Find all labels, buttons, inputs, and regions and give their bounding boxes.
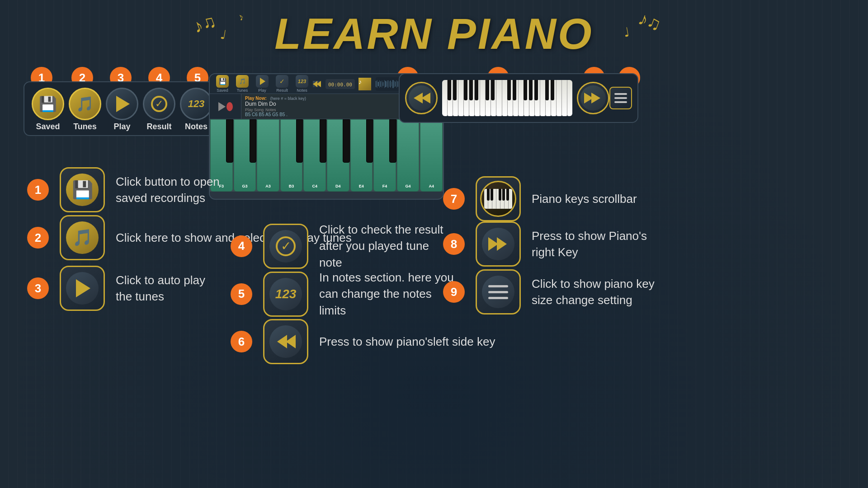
piano-scrollbar-widget bbox=[399, 73, 638, 123]
help-item-1: 1 💾 Click button to opensaved recordings bbox=[27, 167, 220, 212]
title-area: ♪♫ ♩ ♪ LEARN PIANO ♪♫ ♩ bbox=[274, 9, 593, 59]
help-item-8: 8 Press to show Piano'sright Key bbox=[443, 221, 647, 267]
toolbar-play-button[interactable]: Play bbox=[106, 88, 138, 131]
result-label: Result bbox=[146, 122, 171, 131]
help-item-9: 9 Click to show piano keysize change set… bbox=[443, 269, 655, 314]
music-note-tl2: ♩ bbox=[219, 27, 228, 42]
toolbar-tunes-button[interactable]: 🎵 Tunes bbox=[69, 88, 101, 131]
key-a4[interactable]: A4 bbox=[420, 119, 443, 192]
help-icon-notes: 123 bbox=[263, 272, 308, 317]
toolbar-notes-button[interactable]: 123 Notes bbox=[180, 88, 212, 131]
help-text-5: In notes section. here you can change th… bbox=[319, 269, 454, 319]
help-badge-1: 1 bbox=[27, 179, 49, 201]
help-text-7: Piano keys scrollbar bbox=[532, 191, 637, 207]
app-notes-btn[interactable]: 123 Notes bbox=[293, 74, 311, 94]
svg-rect-11 bbox=[389, 81, 390, 86]
help-icon-result: ✓ bbox=[263, 224, 308, 269]
svg-rect-16 bbox=[395, 81, 396, 86]
help-item-7: 7 Piano keys scrollbar bbox=[443, 176, 637, 221]
help-badge-3: 3 bbox=[27, 277, 49, 299]
music-note-tr1: ♪♫ bbox=[636, 8, 664, 35]
help-icon-play bbox=[60, 266, 105, 311]
svg-rect-7 bbox=[384, 80, 385, 88]
scroll-right-button[interactable] bbox=[577, 82, 609, 114]
app-tunes-btn[interactable]: 🎵 Tunes bbox=[233, 74, 251, 94]
svg-rect-13 bbox=[392, 82, 392, 86]
key-g4[interactable]: G4 bbox=[397, 119, 420, 192]
help-badge-5: 5 bbox=[231, 283, 252, 305]
help-item-5: 5 123 In notes section. here you can cha… bbox=[231, 269, 454, 319]
music-note-tr2: ♩ bbox=[623, 24, 631, 40]
mini-piano-display bbox=[442, 80, 572, 116]
help-icon-saved: 💾 bbox=[60, 167, 105, 212]
svg-rect-15 bbox=[394, 81, 395, 87]
play-info: Play Now: (here # = black key) Dum Dim D… bbox=[241, 94, 411, 119]
play-hint: (here # = black key) bbox=[270, 96, 306, 101]
help-text-6: Press to show piano'sleft side key bbox=[319, 333, 495, 350]
toolbar-result-button[interactable]: ✓ Result bbox=[143, 88, 175, 131]
svg-rect-18 bbox=[397, 81, 398, 86]
help-item-4: 4 ✓ Click to check the resultafter you p… bbox=[231, 221, 443, 271]
key-a3[interactable]: A3 bbox=[257, 119, 279, 192]
help-icon-fastforward bbox=[476, 221, 521, 267]
help-badge-7: 7 bbox=[443, 188, 465, 210]
key-e4[interactable]: E4 bbox=[350, 119, 373, 192]
play-notes: B5 C6 B5 A5 G5 B5 . bbox=[245, 112, 408, 117]
toolbar-saved-button[interactable]: 💾 Saved bbox=[32, 88, 64, 131]
help-text-3: Click to auto playthe tunes bbox=[116, 272, 205, 305]
app-result-btn[interactable]: ✓ Result bbox=[273, 74, 291, 94]
svg-rect-5 bbox=[382, 80, 382, 87]
svg-rect-4 bbox=[380, 81, 381, 86]
top-toolbar: 💾 Saved 🎵 Tunes Play ✓ Result 123 Notes bbox=[24, 81, 221, 136]
help-item-6: 6 Press to show piano'sleft side key bbox=[231, 319, 495, 364]
help-text-8: Press to show Piano'sright Key bbox=[532, 228, 647, 261]
key-d4[interactable]: D4 bbox=[327, 119, 349, 192]
help-text-4: Click to check the resultafter you playe… bbox=[319, 221, 443, 271]
svg-rect-9 bbox=[387, 81, 387, 86]
svg-rect-10 bbox=[388, 80, 388, 87]
key-f4[interactable]: F4 bbox=[373, 119, 396, 192]
saved-icon: 💾 bbox=[32, 88, 64, 120]
music-note-tl1: ♪♫ bbox=[190, 10, 218, 37]
help-text-1: Click button to opensaved recordings bbox=[116, 174, 220, 206]
help-badge-8: 8 bbox=[443, 233, 465, 255]
scroll-left-button[interactable] bbox=[405, 82, 438, 114]
help-badge-9: 9 bbox=[443, 281, 465, 303]
app-saved-btn[interactable]: 💾 Saved bbox=[213, 74, 231, 94]
key-g3[interactable]: G3 bbox=[234, 119, 256, 192]
svg-rect-17 bbox=[396, 80, 397, 87]
app-play-btn[interactable]: Play bbox=[253, 74, 271, 94]
tunes-label: Tunes bbox=[73, 122, 97, 131]
play-label: Play bbox=[113, 122, 130, 131]
saved-label: Saved bbox=[36, 122, 60, 131]
play-now-label: Play Now: bbox=[245, 96, 267, 101]
svg-rect-14 bbox=[392, 80, 393, 88]
svg-rect-3 bbox=[379, 80, 380, 87]
svg-rect-8 bbox=[385, 81, 386, 87]
help-text-9: Click to show piano keysize change setti… bbox=[532, 276, 655, 309]
menu-button[interactable] bbox=[609, 87, 632, 109]
play-song-name: Dum Dim Do bbox=[245, 101, 408, 107]
help-icon-tunes: 🎵 bbox=[60, 215, 105, 260]
key-c4[interactable]: C4 bbox=[303, 119, 326, 192]
help-badge-2: 2 bbox=[27, 227, 49, 249]
page-title: LEARN PIANO bbox=[274, 9, 593, 58]
notes-icon: 123 bbox=[180, 88, 212, 120]
result-icon: ✓ bbox=[143, 88, 175, 120]
music-note-tl3: ♪ bbox=[236, 11, 246, 23]
play-icon bbox=[106, 88, 138, 120]
tunes-icon: 🎵 bbox=[69, 88, 101, 120]
svg-rect-12 bbox=[390, 80, 391, 87]
help-badge-6: 6 bbox=[231, 331, 252, 352]
help-badge-4: 4 bbox=[231, 235, 252, 257]
help-icon-rewind bbox=[263, 319, 308, 364]
svg-rect-1 bbox=[377, 80, 377, 88]
help-item-3: 3 Click to auto playthe tunes bbox=[27, 266, 205, 311]
help-icon-piano-scroll bbox=[476, 176, 521, 221]
svg-rect-6 bbox=[383, 82, 383, 85]
piano-keys-area: F3 G3 A3 B3 C4 D4 E4 F4 G4 A4 bbox=[210, 119, 443, 192]
svg-rect-0 bbox=[376, 81, 376, 87]
key-b3[interactable]: B3 bbox=[280, 119, 303, 192]
help-icon-menu bbox=[476, 269, 521, 314]
svg-rect-2 bbox=[378, 82, 379, 86]
